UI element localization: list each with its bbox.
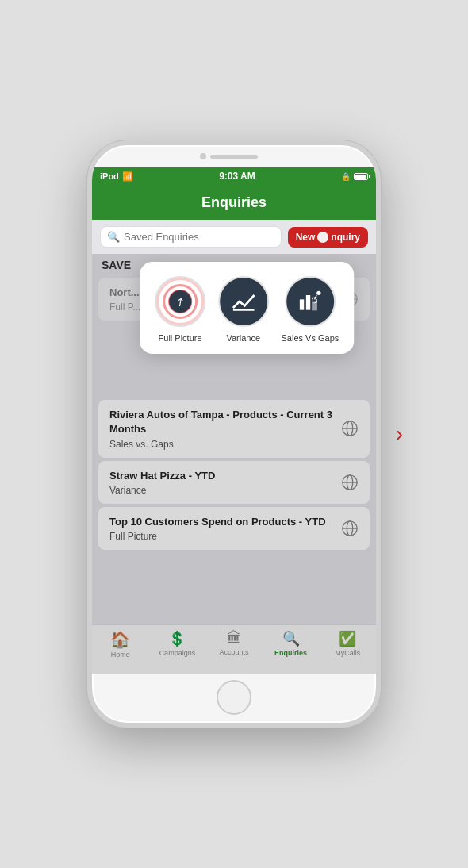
volume-up-button[interactable] bbox=[87, 240, 90, 263]
search-input[interactable] bbox=[124, 231, 274, 243]
search-icon: 🔍 bbox=[107, 231, 120, 243]
popup-item-full-picture[interactable]: ↗ Full Picture bbox=[155, 276, 205, 343]
svg-rect-6 bbox=[313, 302, 316, 309]
home-button[interactable] bbox=[217, 680, 251, 715]
phone-camera bbox=[200, 153, 206, 159]
popup-label-sales-vs-gaps: Sales Vs Gaps bbox=[282, 333, 339, 343]
popup-label-full-picture: Full Picture bbox=[159, 333, 202, 343]
full-picture-icon: ↗ bbox=[155, 276, 205, 327]
status-right: 🔒 bbox=[341, 172, 368, 181]
app-header: Enquiries bbox=[92, 185, 376, 220]
search-input-wrap[interactable]: 🔍 bbox=[100, 226, 282, 248]
popup-item-variance[interactable]: Variance bbox=[218, 276, 269, 343]
fp-arrow-icon: ↗ bbox=[173, 294, 188, 309]
carrier-label: iPod bbox=[100, 171, 119, 181]
power-button[interactable] bbox=[378, 256, 381, 296]
chevron-left-arrow[interactable]: › bbox=[396, 421, 403, 447]
new-enquiry-label2: nquiry bbox=[331, 232, 360, 243]
enquiry-type-popup: ↗ Full Picture bbox=[140, 262, 354, 354]
app-header-title: Enquiries bbox=[201, 194, 267, 211]
sales-vs-gaps-icon bbox=[285, 276, 336, 327]
wifi-icon: 📶 bbox=[122, 171, 133, 182]
battery-icon bbox=[354, 173, 368, 180]
status-bar: iPod 📶 9:03 AM 🔒 bbox=[92, 167, 376, 185]
svg-rect-7 bbox=[313, 298, 316, 303]
phone-speaker bbox=[210, 155, 258, 159]
fp-inner: ↗ bbox=[169, 290, 191, 313]
volume-down-button[interactable] bbox=[87, 272, 90, 294]
status-time: 9:03 AM bbox=[219, 171, 255, 182]
popup-item-sales-vs-gaps[interactable]: Sales Vs Gaps bbox=[282, 276, 339, 343]
phone-frame: iPod 📶 9:03 AM 🔒 Enquiries bbox=[87, 140, 381, 728]
status-left: iPod 📶 bbox=[100, 171, 133, 182]
svg-rect-5 bbox=[306, 295, 310, 310]
svg-rect-4 bbox=[300, 299, 304, 309]
new-enquiry-button[interactable]: New nquiry bbox=[288, 227, 368, 248]
variance-icon bbox=[218, 276, 269, 327]
lock-icon: 🔒 bbox=[341, 172, 351, 181]
scrollable-area: SAVE Nort... - YT... Full P... bbox=[92, 254, 376, 674]
new-enquiry-circle bbox=[317, 232, 328, 243]
svg-point-8 bbox=[316, 291, 320, 295]
new-enquiry-label: New bbox=[296, 232, 316, 243]
popup-label-variance: Variance bbox=[226, 333, 260, 343]
phone-screen: iPod 📶 9:03 AM 🔒 Enquiries bbox=[92, 167, 376, 674]
search-bar-row: 🔍 New nquiry bbox=[92, 220, 376, 254]
phone-top-bar bbox=[92, 145, 376, 167]
